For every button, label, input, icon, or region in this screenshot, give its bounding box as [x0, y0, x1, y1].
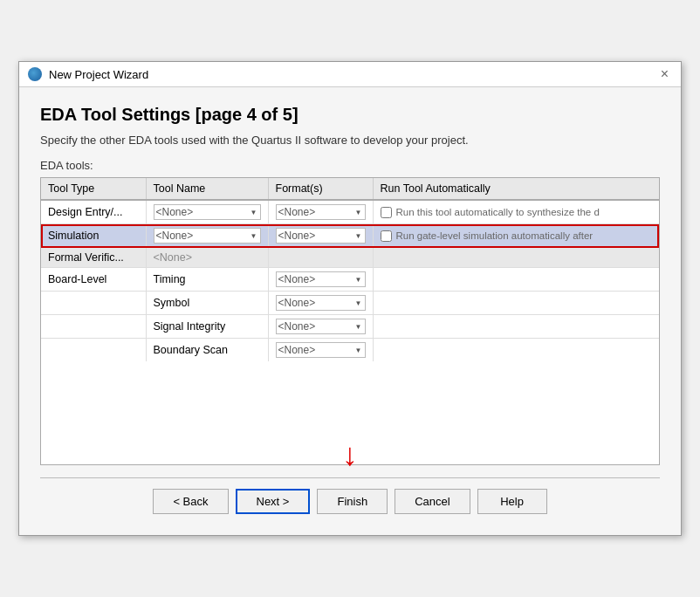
cell-auto-run — [373, 315, 659, 339]
section-label: EDA tools: — [40, 159, 660, 172]
formats-select[interactable]: <None> — [276, 228, 366, 244]
cell-tool-type: Design Entry/... — [41, 200, 146, 224]
dialog-window: New Project Wizard × EDA Tool Settings [… — [18, 61, 682, 536]
main-content: EDA Tool Settings [page 4 of 5] Specify … — [19, 87, 681, 535]
formats-select[interactable]: <None> — [276, 204, 366, 220]
cell-formats[interactable]: <None> — [268, 200, 373, 224]
globe-icon — [28, 67, 42, 81]
back-button[interactable]: < Back — [153, 489, 228, 514]
table-row: Formal Verific...<None> — [41, 248, 659, 268]
cell-tool-name[interactable]: Symbol — [146, 292, 268, 315]
divider — [40, 477, 660, 478]
cell-auto-run — [373, 248, 659, 268]
table-row: Symbol<None> — [41, 292, 659, 315]
table-row: Board-LevelTiming<None> — [41, 268, 659, 292]
cell-tool-name[interactable]: Signal Integrity — [146, 315, 268, 339]
title-bar-left: New Project Wizard — [28, 67, 148, 81]
formats-select[interactable]: <None> — [276, 295, 366, 311]
cell-tool-name[interactable]: Timing — [146, 268, 268, 292]
title-bar-text: New Project Wizard — [49, 68, 148, 81]
table-row: Simulation<None><None>Run gate-level sim… — [41, 224, 659, 248]
col-auto-run: Run Tool Automatically — [373, 178, 659, 200]
cell-formats[interactable]: <None> — [268, 224, 373, 248]
table-header-row: Tool Type Tool Name Format(s) Run Tool A… — [41, 178, 659, 200]
tool-name-select[interactable]: <None> — [154, 228, 261, 244]
cell-formats[interactable]: <None> — [268, 339, 373, 362]
description-text: Specify the other EDA tools used with th… — [40, 134, 660, 147]
cell-formats[interactable]: <None> — [268, 292, 373, 315]
cell-tool-type — [41, 292, 146, 315]
cell-formats[interactable]: <None> — [268, 268, 373, 292]
cell-tool-type: Board-Level — [41, 268, 146, 292]
col-formats: Format(s) — [268, 178, 373, 200]
cell-tool-type — [41, 315, 146, 339]
cell-tool-name[interactable]: <None> — [146, 200, 268, 224]
cell-tool-type: Formal Verific... — [41, 248, 146, 268]
col-tool-name: Tool Name — [146, 178, 268, 200]
cell-formats — [268, 248, 373, 268]
next-button[interactable]: Next > — [236, 489, 311, 514]
formats-select[interactable]: <None> — [276, 342, 366, 358]
tool-name-select[interactable]: <None> — [154, 204, 261, 220]
eda-table: Tool Type Tool Name Format(s) Run Tool A… — [41, 178, 659, 361]
table-row: Boundary Scan<None> — [41, 339, 659, 362]
cell-auto-run — [373, 292, 659, 315]
formats-select[interactable]: <None> — [276, 271, 366, 287]
col-tool-type: Tool Type — [41, 178, 146, 200]
finish-button[interactable]: Finish — [317, 489, 388, 514]
table-row: Signal Integrity<None> — [41, 315, 659, 339]
auto-run-checkbox[interactable] — [381, 230, 392, 242]
close-button[interactable]: × — [657, 67, 672, 81]
cancel-button[interactable]: Cancel — [395, 489, 470, 514]
eda-table-container: Tool Type Tool Name Format(s) Run Tool A… — [40, 177, 660, 465]
cell-tool-name: <None> — [146, 248, 268, 268]
table-row: Design Entry/...<None><None>Run this too… — [41, 200, 659, 224]
title-bar: New Project Wizard × — [19, 62, 681, 87]
cell-tool-type: Simulation — [41, 224, 146, 248]
cell-auto-run — [373, 268, 659, 292]
cell-auto-run — [373, 339, 659, 362]
button-row: ↓ < Back Next > Finish Cancel Help — [40, 489, 660, 521]
cell-tool-name[interactable]: <None> — [146, 224, 268, 248]
cell-auto-run[interactable]: Run this tool automatically to synthesiz… — [373, 200, 659, 224]
formats-select[interactable]: <None> — [276, 319, 366, 334]
cell-tool-name[interactable]: Boundary Scan — [146, 339, 268, 362]
cell-tool-type — [41, 339, 146, 362]
help-button[interactable]: Help — [477, 489, 547, 514]
cell-formats[interactable]: <None> — [268, 315, 373, 339]
auto-run-checkbox[interactable] — [381, 207, 392, 218]
arrow-indicator: ↓ — [342, 436, 358, 473]
page-title: EDA Tool Settings [page 4 of 5] — [40, 105, 660, 125]
cell-auto-run[interactable]: Run gate-level simulation automatically … — [373, 224, 659, 248]
